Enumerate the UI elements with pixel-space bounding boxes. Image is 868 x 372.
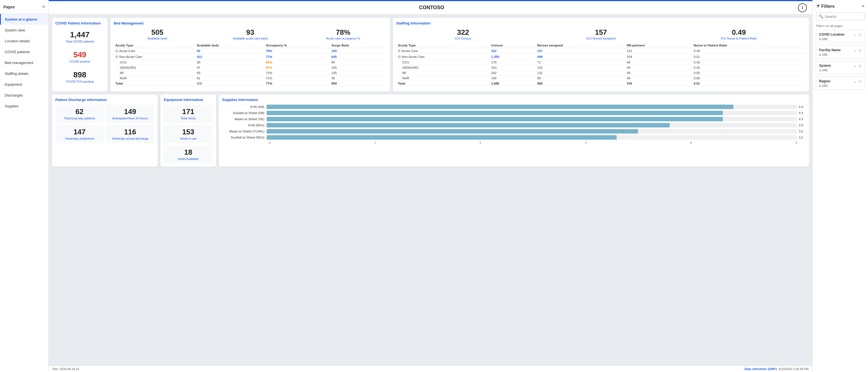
bed-stat: 505Available beds <box>114 28 201 40</box>
staff-stat: 322ICU Census <box>396 28 530 40</box>
bar-label: N-95 (SM) <box>222 105 267 109</box>
equip-stat: 18Vents Available <box>164 145 213 163</box>
filters-close-button[interactable]: × <box>862 3 865 9</box>
table-row: CCU17071460.42 <box>396 60 806 65</box>
sidebar: Pages × System at a glanceSystem viewLoc… <box>0 0 49 372</box>
equip-stats: 171Total Vents153Vents in use18Vents Ava… <box>164 105 213 163</box>
covid-total-number: 1,447 <box>58 30 102 39</box>
filter-items: COVID Location ⌄ ◇ is (All) Facility Nam… <box>816 30 865 92</box>
axis-labels: 012345 <box>269 141 806 144</box>
info-icon[interactable]: i <box>798 3 807 12</box>
bar-fill <box>267 129 638 134</box>
discharge-stat: 147Yesterday predictions <box>55 125 104 143</box>
supplies-title: Supplies Information <box>222 98 806 102</box>
staffing-card: Staffing Information 322ICU Census157ICU… <box>393 18 809 91</box>
discharge-stat: 62Total long stay patients <box>55 105 104 123</box>
bed-stats: 505Available beds93Available acute care … <box>114 28 387 40</box>
sidebar-item-system-view[interactable]: System view <box>0 25 49 36</box>
footer: Rev: 2020.04.14-01 Data refreshed: (GMT)… <box>49 366 812 372</box>
bar-container <box>267 117 797 121</box>
sidebar-item-discharges[interactable]: Discharges <box>0 90 49 101</box>
table-row: GENSURG4787%155 <box>114 65 387 70</box>
covid-title: COVID Patient Information <box>55 21 104 25</box>
covid-pui-block: 898 COVID PUI pending <box>55 68 104 85</box>
filters-header: ⧩ Filters × <box>816 3 865 9</box>
bar-container <box>267 135 797 140</box>
bottom-row: Patient Discharge Information 62Total lo… <box>52 94 809 167</box>
bed-table-container: Acuity TypeAvailable bedsOccupancy %Surg… <box>114 43 387 86</box>
staff-stats: 322ICU Census157ICU Nurses Assigned0.49I… <box>396 28 806 40</box>
top-row: COVID Patient Information 1,447 Total CO… <box>52 18 809 91</box>
chevron-down-icon[interactable]: ⌄ <box>854 32 857 37</box>
bar-label: Duckbill w/ Shield (SM) <box>222 111 267 115</box>
table-row: GENSURG313132400.42 <box>396 65 806 70</box>
chevron-down-icon[interactable]: ⌄ <box>854 63 857 68</box>
bar-fill <box>267 111 723 115</box>
bar-container <box>267 105 797 109</box>
covid-positive-label: COVID positive <box>58 60 102 63</box>
sidebar-header: Pages × <box>0 0 49 14</box>
bed-stat: 78%Acute care occupancy % <box>300 28 387 40</box>
clear-filter-icon[interactable]: ◇ <box>859 63 862 68</box>
covid-pui-label: COVID PUI pending <box>58 80 102 83</box>
bar-label: Masks w/ Shield (TCHNL) <box>222 130 267 133</box>
filter-item-system[interactable]: System ⌄ ◇ is (All) <box>816 61 865 74</box>
clear-filter-icon[interactable]: ◇ <box>859 48 862 52</box>
bar-row: Duckbill w/ Shield (SM) 4.3 <box>222 111 806 115</box>
bar-row: Masks w/ Shield (TIE) 4.3 <box>222 117 806 121</box>
staffing-title: Staffing Information <box>396 21 806 25</box>
staff-stat: 157ICU Nurses Assigned <box>534 28 668 40</box>
content-area: COVID Patient Information 1,447 Total CO… <box>49 15 812 366</box>
filters-panel: ⧩ Filters × 🔍 Filters on all pages COVID… <box>812 0 868 372</box>
chevron-down-icon[interactable]: ⌄ <box>854 48 857 52</box>
equip-stat: 153Vents in use <box>164 125 213 143</box>
filter-item-facility-name[interactable]: Facility Name ⌄ ◇ is (All) <box>816 45 865 59</box>
bar-row: N-95 (REG) 3.8 <box>222 123 806 127</box>
bar-container <box>267 129 797 134</box>
bed-table: Acuity TypeAvailable bedsOccupancy %Surg… <box>114 43 387 86</box>
chevron-down-icon[interactable]: ⌄ <box>854 79 857 83</box>
bar-container <box>267 111 797 115</box>
sidebar-item-supplies[interactable]: Supplies <box>0 101 49 112</box>
table-row: NF242132490.55 <box>396 70 806 76</box>
clear-filter-icon[interactable]: ◇ <box>859 32 862 37</box>
bar-label: N-95 (REG) <box>222 123 267 127</box>
table-row: NUR14989480.60 <box>396 76 806 81</box>
bar-value: 3.5 <box>799 130 806 133</box>
sidebar-item-covid-patients[interactable]: COVID patients <box>0 47 49 57</box>
table-row: ⊟Non-Acute Care41277%645 <box>114 54 387 60</box>
search-icon: 🔍 <box>818 14 823 19</box>
covid-card: COVID Patient Information 1,447 Total CO… <box>52 18 107 91</box>
search-box: 🔍 <box>816 12 865 20</box>
bar-value: 3.8 <box>799 123 806 127</box>
equip-stat: 171Total Vents <box>164 105 213 123</box>
sidebar-item-bed-management[interactable]: Bed management <box>0 57 49 68</box>
topbar: CONTOSO i <box>49 0 812 15</box>
bar-value: 4.3 <box>799 111 806 115</box>
filter-item-covid-location[interactable]: COVID Location ⌄ ◇ is (All) <box>816 30 865 43</box>
covid-total-block: 1,447 Total COVID patients <box>55 28 104 45</box>
topbar-title: CONTOSO <box>65 5 798 10</box>
covid-total-label: Total COVID patients <box>58 40 102 43</box>
sidebar-item-staffing-details[interactable]: Staffing details <box>0 68 49 79</box>
main-area: CONTOSO i COVID Patient Information 1,44… <box>49 0 812 372</box>
equipment-title: Equipment Information <box>164 98 213 102</box>
staff-stat: 0.49ICU Nurse to Patient Ratio <box>672 28 806 40</box>
search-input[interactable] <box>825 15 868 19</box>
bar-fill <box>267 123 670 127</box>
sidebar-close-button[interactable]: × <box>42 4 45 10</box>
sidebar-item-location-details[interactable]: Location details <box>0 36 49 47</box>
clear-filter-icon[interactable]: ◇ <box>859 79 862 83</box>
sidebar-item-system-at-a-glance[interactable]: System at a glance <box>0 14 49 25</box>
filters-title: Filters <box>821 4 835 9</box>
equipment-card: Equipment Information 171Total Vents153V… <box>160 94 216 167</box>
sidebar-item-equipment[interactable]: Equipment <box>0 79 49 90</box>
discharge-title: Patient Discharge Information <box>55 98 154 102</box>
table-row: ⊟Non-Acute Care1,3586992540.51 <box>396 54 806 60</box>
sidebar-title: Pages <box>3 5 15 9</box>
discharge-grid: 62Total long stay patients149Anticipated… <box>55 105 154 143</box>
table-row: ⊟Acute Care3221571220.49 <box>396 48 806 54</box>
table-row: NF9372%145 <box>114 70 387 76</box>
filter-item-region[interactable]: Region ⌄ ◇ is (All) <box>816 77 865 90</box>
bar-row: N-95 (SM) 4.4 <box>222 105 806 109</box>
